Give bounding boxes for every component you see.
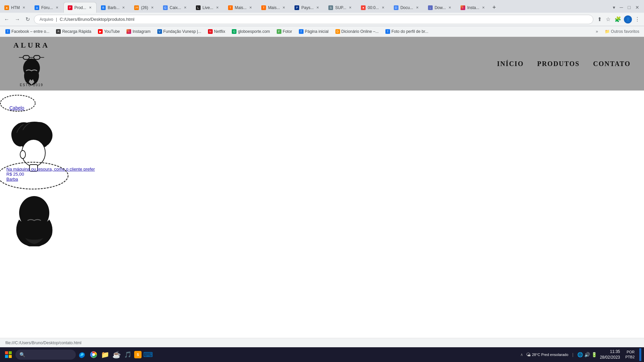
hair-product-image-area	[7, 119, 644, 176]
taskbar-edge[interactable]	[77, 350, 87, 360]
tab-dow-close[interactable]: ✕	[448, 5, 452, 10]
windows-logo	[5, 351, 12, 358]
bookmark-vunesp-icon: V	[157, 29, 162, 34]
bookmark-facebook[interactable]: f Facebook – entre o...	[3, 28, 52, 35]
tab-live[interactable]: L Live... ✕	[192, 2, 224, 13]
taskbar-sublime[interactable]: S	[134, 351, 142, 358]
extension-button[interactable]: 🧩	[613, 15, 623, 24]
tab-mais2-label: Mais...	[268, 5, 280, 10]
battery-icon[interactable]: 🔋	[591, 352, 597, 357]
tab-sup-close[interactable]: ✕	[348, 5, 352, 10]
address-path: C:/Users/Bruno/Desktop/produtos.html	[60, 17, 135, 22]
tab-mais1-close[interactable]: ✕	[249, 5, 253, 10]
tab-prod[interactable]: P Prod... ✕	[63, 2, 97, 13]
bookmark-recarga[interactable]: R Recarga Rápida	[53, 28, 94, 35]
tab-sup[interactable]: S SUP... ✕	[324, 2, 357, 13]
svg-rect-0	[23, 55, 29, 59]
tab-forum-close[interactable]: ✕	[55, 5, 59, 10]
tab-barb-icon: B	[101, 5, 106, 10]
tab-inst[interactable]: I Insta... ✕	[456, 2, 490, 13]
nav-inicio[interactable]: INÍCIO	[497, 60, 524, 68]
back-button[interactable]: ←	[3, 15, 11, 24]
tab-pays-close[interactable]: ✕	[316, 5, 320, 10]
tab-caix-close[interactable]: ✕	[183, 5, 187, 10]
tab-mais2[interactable]: T Mais... ✕	[257, 2, 290, 13]
share-button[interactable]: ⬆	[596, 15, 603, 24]
bookmark-netflix-label: Netflix	[214, 29, 225, 34]
close-button[interactable]: ✕	[633, 5, 641, 10]
bookmark-youtube[interactable]: ▶ YouTube	[95, 28, 122, 35]
tab-forum[interactable]: a Fóru... ✕	[30, 2, 63, 13]
network-icon[interactable]: 🌐	[577, 352, 583, 357]
tab-doc-close[interactable]: ✕	[415, 5, 419, 10]
search-icon: 🔍	[19, 352, 25, 357]
tab-pays[interactable]: P Pays... ✕	[290, 2, 324, 13]
sound-icon[interactable]: 🔊	[584, 352, 590, 357]
bookmark-dicionario[interactable]: D Dicionário Online –...	[333, 28, 381, 35]
language-indicator: POR PTB2	[625, 350, 635, 360]
tab-000[interactable]: ● 00:0... ✕	[357, 2, 389, 13]
new-tab-button[interactable]: +	[490, 4, 499, 11]
tab-26[interactable]: 26 (26) ✕	[130, 2, 158, 13]
taskbar-files[interactable]: 📁	[100, 350, 110, 360]
profile-button[interactable]: 👤	[624, 15, 632, 23]
address-input[interactable]: Arquivo | C:/Users/Bruno/Desktop/produto…	[34, 15, 593, 24]
tab-barb-close[interactable]: ✕	[121, 5, 125, 10]
tab-inst-label: Insta...	[467, 5, 479, 10]
tab-dow-icon: ↓	[428, 5, 433, 10]
clock[interactable]: 11:35 28/02/2023	[600, 349, 620, 360]
bookmarks-more-button[interactable]: »	[594, 28, 600, 35]
reload-button[interactable]: ↻	[24, 15, 31, 24]
bookmark-instagram-icon: I	[126, 29, 131, 34]
taskbar-search[interactable]: 🔍	[15, 350, 76, 360]
tab-prod-label: Prod...	[74, 5, 86, 10]
nav-contato[interactable]: CONTATO	[593, 60, 631, 68]
menu-button[interactable]: ⋮	[633, 15, 641, 24]
tab-htm[interactable]: a HTM ✕	[0, 2, 30, 13]
tab-barb[interactable]: B Barb... ✕	[97, 2, 130, 13]
taskbar-spotify[interactable]: 🎵	[123, 350, 133, 360]
beard-svg	[7, 194, 62, 246]
tab-000-close[interactable]: ✕	[381, 5, 385, 10]
start-button[interactable]	[3, 349, 14, 360]
tab-000-icon: ●	[361, 5, 366, 10]
maximize-button[interactable]: □	[626, 5, 633, 10]
tray-weather-icon: 🌤	[526, 352, 531, 357]
forward-button[interactable]: →	[13, 15, 21, 24]
tab-htm-close[interactable]: ✕	[22, 5, 26, 10]
tray-icons: 🌤 28°C Pred ensolarado	[526, 352, 568, 357]
tab-htm-label: HTM	[11, 5, 20, 10]
tab-doc[interactable]: D Docu... ✕	[389, 2, 424, 13]
bookmark-fotor[interactable]: F Fotor	[274, 28, 295, 35]
tab-mais2-close[interactable]: ✕	[282, 5, 286, 10]
bookmark-globo[interactable]: G globoesporte.com	[229, 28, 272, 35]
nav-produtos[interactable]: PRODUTOS	[537, 60, 580, 68]
bookmark-pagina[interactable]: f Página inicial	[296, 28, 331, 35]
bookmark-globo-icon: G	[232, 29, 236, 34]
bookmark-vunesp[interactable]: V Fundação Vunesp |...	[155, 28, 204, 35]
bookmark-instagram[interactable]: I Instagram	[124, 28, 153, 35]
other-favorites[interactable]: 📁 Outros favoritos	[603, 28, 641, 35]
tab-sup-label: SUP...	[335, 5, 346, 10]
show-hidden-icons[interactable]: ∧	[520, 352, 523, 357]
svg-point-6	[0, 95, 35, 111]
tab-live-close[interactable]: ✕	[215, 5, 219, 10]
minimize-button[interactable]: ─	[618, 5, 625, 10]
tab-prod-close[interactable]: ✕	[88, 5, 92, 10]
bookmark-button[interactable]: ☆	[604, 15, 612, 24]
tab-mais1-label: Mais...	[235, 5, 247, 10]
tab-mais1[interactable]: T Mais... ✕	[224, 2, 257, 13]
notification-panel-button[interactable]	[639, 348, 641, 361]
tab-26-close[interactable]: ✕	[150, 5, 154, 10]
tab-list-button[interactable]: ▾	[611, 5, 617, 10]
bookmark-youtube-label: YouTube	[104, 29, 120, 34]
tab-caix[interactable]: G Caix... ✕	[159, 2, 192, 13]
taskbar-vscode[interactable]: ⌨	[143, 350, 153, 360]
tab-inst-close[interactable]: ✕	[481, 5, 485, 10]
clock-date: 28/02/2023	[600, 355, 620, 360]
bookmark-foto[interactable]: f Foto do perfil de br...	[383, 28, 431, 35]
taskbar-java[interactable]: ☕	[111, 350, 121, 360]
taskbar-chrome[interactable]	[89, 350, 99, 360]
tab-dow[interactable]: ↓ Dow... ✕	[424, 2, 456, 13]
bookmark-netflix[interactable]: N Netflix	[205, 28, 228, 35]
